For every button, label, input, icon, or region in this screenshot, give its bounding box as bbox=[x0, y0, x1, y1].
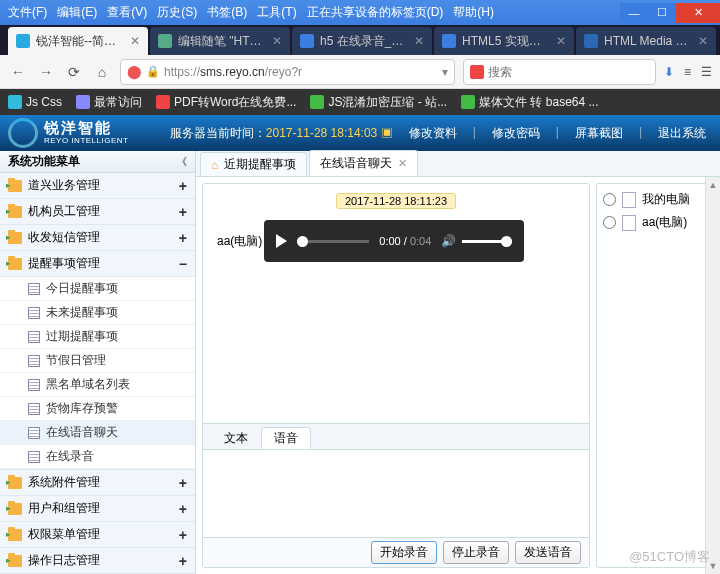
content-area: ⌂近期提醒事项在线语音聊天✕ 2017-11-28 18:11:23 aa(电脑… bbox=[196, 151, 720, 574]
expand-icon[interactable]: + bbox=[179, 553, 187, 569]
window-titlebar: 文件(F)编辑(E)查看(V)历史(S)书签(B)工具(T)正在共享设备的标签页… bbox=[0, 0, 720, 25]
top-link[interactable]: 退出系统 bbox=[652, 123, 712, 144]
expand-icon[interactable]: + bbox=[179, 178, 187, 194]
collapse-icon[interactable]: 《 bbox=[177, 155, 187, 169]
bookmark-item[interactable]: JS混淆加密压缩 - 站... bbox=[310, 94, 447, 111]
client-radio[interactable] bbox=[603, 216, 616, 229]
client-item[interactable]: aa(电脑) bbox=[601, 211, 709, 234]
browser-tab[interactable]: HTML5 实现录音✕ bbox=[434, 27, 574, 55]
top-link[interactable]: 屏幕截图 bbox=[569, 123, 629, 144]
expand-icon[interactable]: − bbox=[179, 256, 187, 272]
top-link[interactable]: 修改密码 bbox=[486, 123, 546, 144]
clients-panel: 我的电脑aa(电脑) bbox=[596, 183, 714, 568]
menu-item[interactable]: 帮助(H) bbox=[449, 2, 498, 23]
progress-slider[interactable] bbox=[297, 240, 369, 243]
sidebar-item[interactable]: 今日提醒事项 bbox=[0, 277, 195, 301]
search-bar[interactable] bbox=[463, 59, 656, 85]
expand-icon[interactable]: + bbox=[179, 204, 187, 220]
compose-tab[interactable]: 语音 bbox=[261, 427, 311, 449]
expand-icon[interactable]: + bbox=[179, 230, 187, 246]
scrollbar[interactable]: ▲▼ bbox=[705, 177, 720, 574]
sidebar-item[interactable]: 在线录音 bbox=[0, 445, 195, 469]
menu-item[interactable]: 书签(B) bbox=[203, 2, 251, 23]
start-record-button[interactable]: 开始录音 bbox=[371, 541, 437, 564]
search-engine-icon[interactable] bbox=[470, 65, 484, 79]
sidebar-item[interactable]: 过期提醒事项 bbox=[0, 325, 195, 349]
tab-close-icon[interactable]: ✕ bbox=[698, 34, 708, 48]
play-icon[interactable] bbox=[276, 234, 287, 248]
compose-tabs: 文本语音 bbox=[203, 423, 589, 449]
bookmark-item[interactable]: PDF转Word在线免费... bbox=[156, 94, 296, 111]
tab-close-icon[interactable]: ✕ bbox=[272, 34, 282, 48]
close-icon[interactable]: ✕ bbox=[398, 157, 407, 170]
forward-button[interactable]: → bbox=[36, 62, 56, 82]
audio-player[interactable]: 0:00 / 0:04 🔊 bbox=[264, 220, 524, 262]
sidebar-group[interactable]: ▸权限菜单管理+ bbox=[0, 522, 195, 548]
grid-icon bbox=[28, 283, 40, 295]
content-tab[interactable]: 在线语音聊天✕ bbox=[309, 150, 418, 176]
stop-record-button[interactable]: 停止录音 bbox=[443, 541, 509, 564]
tab-label: 锐洋智能--简洁、易 bbox=[36, 33, 124, 50]
download-icon[interactable]: ⬇ bbox=[664, 65, 674, 79]
window-maximize-button[interactable]: ☐ bbox=[648, 3, 676, 23]
expand-icon[interactable]: + bbox=[179, 475, 187, 491]
sidebar-item[interactable]: 黑名单域名列表 bbox=[0, 373, 195, 397]
browser-tab[interactable]: 锐洋智能--简洁、易✕ bbox=[8, 27, 148, 55]
sidebar-group[interactable]: ▸收发短信管理+ bbox=[0, 225, 195, 251]
expand-icon[interactable]: + bbox=[179, 527, 187, 543]
grid-icon bbox=[28, 379, 40, 391]
browser-tab[interactable]: HTML Media Cap✕ bbox=[576, 27, 716, 55]
extension-icon[interactable]: ⬤ bbox=[127, 64, 142, 79]
search-input[interactable] bbox=[488, 65, 649, 79]
menu-item[interactable]: 查看(V) bbox=[103, 2, 151, 23]
menu-item[interactable]: 工具(T) bbox=[253, 2, 300, 23]
menu-item[interactable]: 编辑(E) bbox=[53, 2, 101, 23]
sidebar-group[interactable]: ▸用户和组管理+ bbox=[0, 496, 195, 522]
bookmark-item[interactable]: 最常访问 bbox=[76, 94, 142, 111]
sidebar-group[interactable]: ▸提醒事项管理− bbox=[0, 251, 195, 277]
browser-tab[interactable]: h5 在线录音_百度✕ bbox=[292, 27, 432, 55]
tab-close-icon[interactable]: ✕ bbox=[556, 34, 566, 48]
bookmark-icon bbox=[461, 95, 475, 109]
sidebar-group[interactable]: ▸机构员工管理+ bbox=[0, 199, 195, 225]
folder-icon: ▸ bbox=[8, 503, 22, 515]
tab-close-icon[interactable]: ✕ bbox=[130, 34, 140, 48]
bookmark-item[interactable]: 媒体文件 转 base64 ... bbox=[461, 94, 598, 111]
sidebar-item[interactable]: 货物库存预警 bbox=[0, 397, 195, 421]
content-tab[interactable]: ⌂近期提醒事项 bbox=[200, 152, 307, 176]
home-button[interactable]: ⌂ bbox=[92, 62, 112, 82]
volume-slider[interactable] bbox=[462, 240, 512, 243]
address-bar[interactable]: ⬤ 🔒 https://sms.reyo.cn/reyo?r ▾ bbox=[120, 59, 455, 85]
volume-icon[interactable]: 🔊 bbox=[441, 234, 456, 248]
client-item[interactable]: 我的电脑 bbox=[601, 188, 709, 211]
top-link[interactable]: 修改资料 bbox=[403, 123, 463, 144]
send-voice-button[interactable]: 发送语音 bbox=[515, 541, 581, 564]
client-radio[interactable] bbox=[603, 193, 616, 206]
sidebar-item[interactable]: 未来提醒事项 bbox=[0, 301, 195, 325]
tab-label: h5 在线录音_百度 bbox=[320, 33, 408, 50]
compose-input[interactable] bbox=[203, 449, 589, 537]
menu-item[interactable]: 历史(S) bbox=[153, 2, 201, 23]
menu-icon[interactable]: ☰ bbox=[701, 65, 712, 79]
sidebar-group[interactable]: ▸道兴业务管理+ bbox=[0, 173, 195, 199]
sidebar-group[interactable]: ▸操作日志管理+ bbox=[0, 548, 195, 574]
page-icon bbox=[622, 192, 636, 208]
compose-tab[interactable]: 文本 bbox=[211, 427, 261, 449]
back-button[interactable]: ← bbox=[8, 62, 28, 82]
sidebar-group[interactable]: ▸系统附件管理+ bbox=[0, 470, 195, 496]
window-close-button[interactable]: ✕ bbox=[676, 3, 720, 23]
chat-messages: 2017-11-28 18:11:23 aa(电脑) 0:00 / 0:04 🔊 bbox=[203, 184, 589, 423]
bookmark-item[interactable]: Js Css bbox=[8, 95, 62, 109]
sidebar-item[interactable]: 节假日管理 bbox=[0, 349, 195, 373]
tab-close-icon[interactable]: ✕ bbox=[414, 34, 424, 48]
window-minimize-button[interactable]: — bbox=[620, 3, 648, 23]
sidebar-item[interactable]: 在线语音聊天 bbox=[0, 421, 195, 445]
browser-tab[interactable]: 编辑随笔 "HTML5✕ bbox=[150, 27, 290, 55]
expand-icon[interactable]: + bbox=[179, 501, 187, 517]
menu-item[interactable]: 文件(F) bbox=[4, 2, 51, 23]
library-icon[interactable]: ≡ bbox=[684, 65, 691, 79]
dropdown-icon[interactable]: ▾ bbox=[442, 65, 448, 79]
brand-cn: 锐洋智能 bbox=[44, 120, 128, 137]
reload-button[interactable]: ⟳ bbox=[64, 62, 84, 82]
menu-item[interactable]: 正在共享设备的标签页(D) bbox=[303, 2, 448, 23]
